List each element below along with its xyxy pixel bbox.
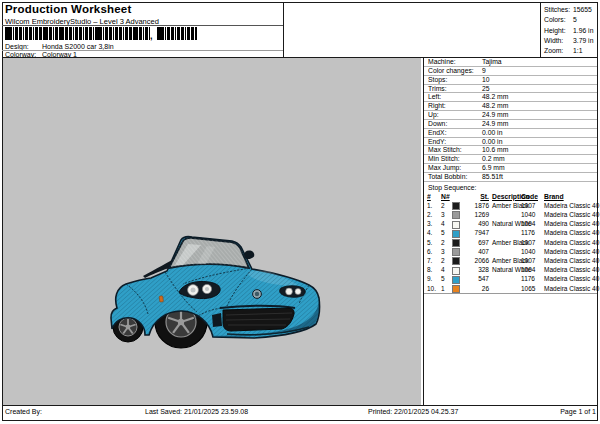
col-header-code: Code [521,192,541,201]
stop-needle: 2 [441,256,451,265]
machine-info-row: Max Stitch: 10.6 mm [424,146,597,155]
stop-sequence-row: 7. 2 2066 Amber Black 1007 Madeira Class… [424,256,597,265]
machine-info-value: 25 [482,85,490,94]
thread-color-swatch [452,239,460,247]
barcode [5,27,150,40]
stop-sequence-title: Stop Sequence: [424,182,597,192]
stat-row: Stitches: 15655 [541,5,597,15]
footer-printed: Printed: 22/01/2025 04.25.37 [368,408,458,415]
stop-needle: 3 [441,210,451,219]
thread-brand: Madeira Classic 40 [544,247,597,256]
production-worksheet-page: Production Worksheet Wilcom EmbroiderySt… [0,0,600,424]
stop-stitch-count: 1876 [461,201,489,210]
col-header-stitches: St. [461,192,489,201]
thread-brand: Madeira Classic 40 [544,284,597,293]
stop-num: 3. [427,219,440,228]
stat-label: Stitches: [544,5,570,15]
header-divider-1 [2,25,283,26]
stop-num: 4. [427,228,440,237]
stop-needle: 5 [441,274,451,283]
stat-row: Width: 3.79 in [541,36,597,46]
stop-sequence-header-row: # N# St. Description Code Brand [424,192,597,201]
thread-code: 1004 [521,219,541,228]
barcode-separator: , [150,31,153,41]
machine-info-label: Left: [428,93,441,102]
stop-stitch-count: 407 [461,247,489,256]
stat-value: 15655 [573,5,592,15]
col-header-needle: N# [441,192,451,201]
thread-brand: Madeira Classic 40 [544,256,597,265]
stat-label: Width: [544,36,563,46]
col-header-brand: Brand [544,192,597,201]
thread-code: 1007 [521,256,541,265]
stop-sequence-row: 6. 3 407 1040 Madeira Classic 40 [424,247,597,256]
stop-stitch-count: 697 [461,238,489,247]
stop-stitch-count: 2066 [461,256,489,265]
far-headlight [280,286,306,298]
machine-info-row: Max Jump: 6.9 mm [424,164,597,173]
machine-info-value: 0.00 in [482,138,502,147]
page-title: Production Worksheet [5,3,131,15]
stop-stitch-count: 328 [461,265,489,274]
machine-info-label: EndX: [428,129,447,138]
thread-color-swatch [452,221,460,229]
thread-color-swatch [452,267,460,275]
stop-stitch-count: 490 [461,219,489,228]
stop-num: 2. [427,210,440,219]
stat-label: Colors: [544,15,566,25]
stop-num: 10. [427,284,440,293]
thread-code: 1004 [521,265,541,274]
machine-info-row: Total Bobbin: 85.51ft [424,173,597,182]
machine-info-table: Machine: Tajima Color changes: 9 Stops: … [424,58,597,182]
machine-info-row: Color changes: 9 [424,67,597,76]
thread-code: 1176 [521,228,541,237]
thread-description: Natural White [492,265,520,274]
stop-needle: 2 [441,238,451,247]
design-preview-area [3,58,421,405]
machine-info-label: Max Jump: [428,164,461,173]
thread-code: 1007 [521,201,541,210]
thread-brand: Madeira Classic 40 [544,201,597,210]
stop-sequence-row: 9. 5 547 1176 Madeira Classic 40 [424,274,597,283]
side-mirror [244,251,254,260]
stat-value: 1.96 in [573,26,593,36]
machine-info-label: EndY: [428,138,446,147]
machine-info-panel: Machine: Tajima Color changes: 9 Stops: … [423,58,597,405]
machine-info-label: Stops: [428,76,447,85]
thread-color-swatch [452,202,460,210]
stop-num: 9. [427,274,440,283]
design-stats-box: Stitches: 15655 Colors: 5 Height: 1.96 i… [540,2,597,57]
barcode-checksum [157,27,197,40]
machine-info-row: Left: 48.2 mm [424,93,597,102]
thread-color-swatch [452,276,460,284]
stop-stitch-count: 26 [461,284,489,293]
stop-sequence-row: 4. 5 7947 1176 Madeira Classic 40 [424,228,597,237]
stop-needle: 3 [441,247,451,256]
stat-row: Height: 1.96 in [541,26,597,36]
machine-info-value: 10 [482,76,490,85]
machine-info-row: Up: 24.9 mm [424,111,597,120]
machine-info-label: Max Stitch: [428,146,462,155]
thread-color-swatch [452,211,460,219]
stop-needle: 2 [441,201,451,210]
machine-info-row: Min Stitch: 0.2 mm [424,155,597,164]
footer-last-saved: Last Saved: 21/01/2025 23.59.08 [145,408,248,415]
stop-num: 1. [427,201,440,210]
stop-stitch-count: 547 [461,274,489,283]
stop-sequence-row: 8. 4 328 Natural White 1004 Madeira Clas… [424,265,597,274]
stop-needle: 1 [441,284,451,293]
machine-info-label: Trims: [428,85,447,94]
stop-stitch-count: 1269 [461,210,489,219]
machine-info-row: EndY: 0.00 in [424,138,597,147]
machine-info-value: 9 [482,67,486,76]
thread-brand: Madeira Classic 40 [544,238,597,247]
stop-num: 8. [427,265,440,274]
stop-num: 5. [427,238,440,247]
footer-created-by: Created By: [5,408,42,415]
thread-code: 1040 [521,210,541,219]
bumper-side-intake [212,313,222,327]
stop-stitch-count: 7947 [461,228,489,237]
thread-description: Amber Black [492,201,520,210]
thread-code: 1176 [521,274,541,283]
thread-brand: Madeira Classic 40 [544,265,597,274]
